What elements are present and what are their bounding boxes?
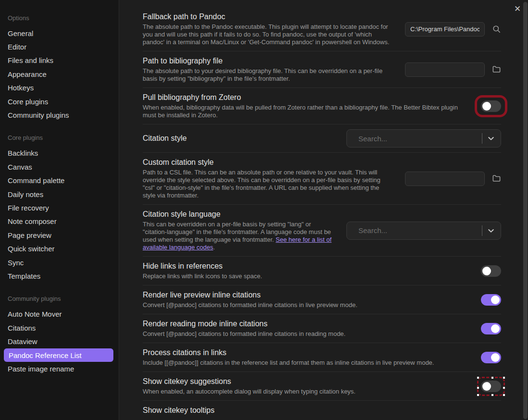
sidebar-item-dataview[interactable]: Dataview [8, 334, 113, 348]
toggle-knob [482, 267, 491, 275]
setting-title: Hide links in references [143, 261, 469, 271]
settings-sidebar: Options General Editor Files and links A… [0, 0, 119, 420]
setting-title: Custom citation style [143, 158, 393, 167]
selection-handle [503, 386, 505, 389]
setting-row-citekey-suggestions: Show citekey suggestions When enabled, a… [143, 372, 501, 401]
setting-row-reading-mode-citations: Render reading mode inline citations Con… [143, 314, 501, 343]
sidebar-section-core-plugins: Core plugins Backlinks Canvas Command pa… [8, 134, 113, 283]
sidebar-item-appearance[interactable]: Appearance [8, 67, 113, 81]
setting-description: When enabled, bibliography data will be … [143, 104, 469, 119]
toggle-knob [491, 296, 500, 304]
bibliography-path-input[interactable] [405, 62, 485, 77]
sidebar-item-core-plugins[interactable]: Core plugins [8, 95, 113, 108]
sidebar-item-editor[interactable]: Editor [8, 40, 113, 53]
selection-handle [503, 376, 505, 379]
selection-handle [477, 376, 479, 379]
selection-handle [503, 394, 505, 396]
citation-style-select[interactable] [346, 129, 501, 148]
setting-description: Replace links with link icons to save sp… [143, 272, 469, 280]
sidebar-item-canvas[interactable]: Canvas [8, 160, 113, 173]
citation-language-search-input[interactable] [358, 226, 482, 235]
pull-from-zotero-toggle[interactable] [481, 100, 501, 112]
hide-links-toggle[interactable] [481, 265, 501, 277]
sidebar-section-community-plugins: Community plugins Auto Note Mover Citati… [8, 295, 113, 376]
setting-row-fallback-path: Fallback path to Pandoc The absolute pat… [143, 7, 501, 51]
sidebar-item-page-preview[interactable]: Page preview [8, 228, 113, 242]
pandoc-path-input[interactable] [405, 22, 485, 37]
search-icon[interactable] [491, 25, 501, 34]
plugin-settings-panel: Fallback path to Pandoc The absolute pat… [120, 0, 528, 420]
setting-row-custom-citation-style: Custom citation style Path to a CSL file… [143, 153, 501, 205]
selection-handle [491, 394, 494, 396]
scrollbar-track [522, 0, 528, 420]
sidebar-item-command-palette[interactable]: Command palette [8, 174, 113, 187]
citation-style-search-input[interactable] [358, 135, 482, 143]
custom-style-path-input[interactable] [405, 172, 485, 186]
setting-description: The absolute path to the Pandoc executab… [143, 23, 393, 46]
setting-row-citekey-tooltips: Show citekey tooltips [143, 401, 501, 420]
setting-row-process-citations-in-links: Process citations in links Include [[@pa… [143, 343, 501, 372]
sidebar-item-community-plugins[interactable]: Community plugins [8, 108, 113, 122]
setting-title: Path to bibliography file [143, 56, 393, 66]
sidebar-header-community-plugins: Community plugins [8, 295, 113, 303]
sidebar-item-files-and-links[interactable]: Files and links [8, 54, 113, 67]
sidebar-item-paste-image-rename[interactable]: Paste image rename [8, 362, 113, 375]
toggle-knob [482, 382, 491, 391]
sidebar-item-daily-notes[interactable]: Daily notes [8, 187, 113, 201]
description-text: . [213, 244, 215, 251]
citation-language-select[interactable] [346, 222, 501, 240]
setting-title: Show citekey tooltips [143, 406, 501, 415]
setting-title: Render reading mode inline citations [143, 319, 469, 329]
setting-description: When enabled, an autocomplete dialog wil… [143, 388, 469, 395]
setting-row-citation-style: Citation style [143, 124, 501, 153]
select-divider [482, 225, 482, 236]
setting-description: Path to a CSL file. This can be an absol… [143, 169, 393, 199]
sidebar-item-pandoc-reference-list[interactable]: Pandoc Reference List [4, 348, 113, 362]
sidebar-item-hotkeys[interactable]: Hotkeys [8, 81, 113, 95]
sidebar-header-options: Options [8, 13, 113, 22]
setting-row-pull-from-zotero: Pull bibliography from Zotero When enabl… [143, 88, 501, 124]
toggle-knob [482, 102, 491, 111]
selection-handle [491, 376, 494, 379]
setting-title: Render live preview inline citations [143, 290, 469, 300]
sidebar-item-templates[interactable]: Templates [8, 269, 113, 283]
close-icon[interactable]: ✕ [512, 3, 523, 14]
setting-title: Citation style [143, 134, 335, 143]
sidebar-header-core-plugins: Core plugins [8, 134, 113, 142]
sidebar-item-citations[interactable]: Citations [8, 321, 113, 334]
setting-description: Convert [@pandoc] citations to formatted… [143, 301, 469, 309]
setting-row-live-preview-citations: Render live preview inline citations Con… [143, 285, 501, 314]
select-divider [482, 133, 482, 144]
sidebar-item-general[interactable]: General [8, 26, 113, 40]
scrollbar-thumb[interactable] [523, 2, 528, 419]
sidebar-item-auto-note-mover[interactable]: Auto Note Mover [8, 308, 113, 321]
setting-title: Show citekey suggestions [143, 377, 469, 386]
chevron-down-icon [487, 227, 495, 235]
setting-description: This can be overridden on a per-file bas… [143, 221, 335, 251]
setting-title: Process citations in links [143, 348, 469, 358]
toggle-knob [491, 324, 500, 333]
sidebar-item-backlinks[interactable]: Backlinks [8, 147, 113, 160]
sidebar-item-file-recovery[interactable]: File recovery [8, 201, 113, 214]
process-citations-toggle[interactable] [481, 352, 501, 363]
setting-title: Citation style language [143, 210, 335, 219]
toggle-knob [491, 353, 500, 362]
setting-row-hide-links: Hide links in references Replace links w… [143, 257, 501, 285]
live-preview-citations-toggle[interactable] [481, 294, 501, 306]
reading-mode-citations-toggle[interactable] [481, 323, 501, 334]
folder-icon[interactable] [491, 65, 501, 74]
selection-handle [477, 394, 479, 396]
chevron-down-icon [487, 135, 495, 142]
setting-description: The absolute path to your desired biblio… [143, 67, 393, 83]
setting-title: Fallback path to Pandoc [143, 12, 393, 22]
setting-row-bibliography-path: Path to bibliography file The absolute p… [143, 51, 501, 88]
sidebar-item-note-composer[interactable]: Note composer [8, 215, 113, 228]
citekey-suggestions-toggle[interactable] [481, 381, 501, 392]
folder-icon[interactable] [491, 174, 501, 184]
setting-description: Include [[@pandoc]] citations in the ref… [143, 359, 469, 367]
sidebar-item-sync[interactable]: Sync [8, 256, 113, 269]
sidebar-item-quick-switcher[interactable]: Quick switcher [8, 242, 113, 255]
sidebar-section-options: Options General Editor Files and links A… [8, 13, 113, 122]
setting-row-citation-style-language: Citation style language This can be over… [143, 205, 501, 257]
setting-description: Convert [@pandoc] citations to formatted… [143, 330, 469, 338]
